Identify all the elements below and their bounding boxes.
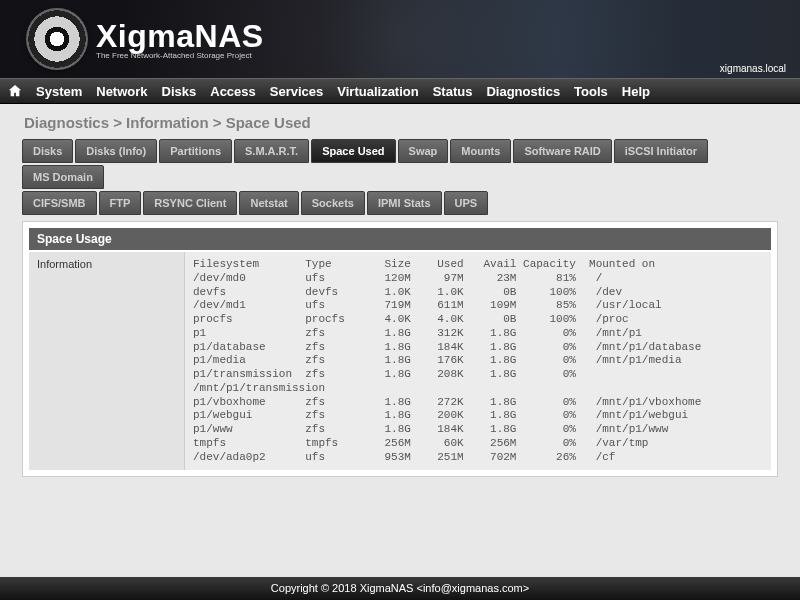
nav-network[interactable]: Network: [96, 84, 147, 99]
tab-s-m-a-r-t-[interactable]: S.M.A.R.T.: [234, 139, 309, 163]
tab-sockets[interactable]: Sockets: [301, 191, 365, 215]
nav-tools[interactable]: Tools: [574, 84, 608, 99]
tab-iscsi-initiator[interactable]: iSCSI Initiator: [614, 139, 708, 163]
nav-help[interactable]: Help: [622, 84, 650, 99]
brand-tagline: The Free Network-Attached Storage Projec…: [96, 51, 264, 60]
subtabs: DisksDisks (Info)PartitionsS.M.A.R.T.Spa…: [0, 139, 800, 217]
tab-ms-domain[interactable]: MS Domain: [22, 165, 104, 189]
info-body: Filesystem Type Size Used Avail Capacity…: [185, 252, 771, 470]
nav-services[interactable]: Services: [270, 84, 324, 99]
content-panel: Space Usage Information Filesystem Type …: [22, 221, 778, 477]
tab-ups[interactable]: UPS: [444, 191, 489, 215]
tab-disks-info-[interactable]: Disks (Info): [75, 139, 157, 163]
tab-rsync-client[interactable]: RSYNC Client: [143, 191, 237, 215]
disk-usage-output: Filesystem Type Size Used Avail Capacity…: [193, 258, 763, 464]
header-banner: XigmaNAS The Free Network-Attached Stora…: [0, 0, 800, 78]
home-icon[interactable]: [8, 84, 22, 98]
top-nav: SystemNetworkDisksAccessServicesVirtuali…: [0, 78, 800, 104]
logo-text: XigmaNAS The Free Network-Attached Stora…: [96, 18, 264, 60]
brand-name: XigmaNAS: [96, 18, 264, 55]
tab-mounts[interactable]: Mounts: [450, 139, 511, 163]
nav-disks[interactable]: Disks: [162, 84, 197, 99]
tab-ftp[interactable]: FTP: [99, 191, 142, 215]
tab-disks[interactable]: Disks: [22, 139, 73, 163]
footer: Copyright © 2018 XigmaNAS <info@xigmanas…: [0, 577, 800, 600]
logo-disc-icon: [28, 10, 86, 68]
nav-access[interactable]: Access: [210, 84, 256, 99]
nav-status[interactable]: Status: [433, 84, 473, 99]
tab-partitions[interactable]: Partitions: [159, 139, 232, 163]
tab-software-raid[interactable]: Software RAID: [513, 139, 611, 163]
hostname-label: xigmanas.local: [720, 63, 786, 74]
breadcrumb: Diagnostics > Information > Space Used: [0, 104, 800, 139]
tab-cifs-smb[interactable]: CIFS/SMB: [22, 191, 97, 215]
nav-diagnostics[interactable]: Diagnostics: [486, 84, 560, 99]
tab-swap[interactable]: Swap: [398, 139, 449, 163]
tab-ipmi-stats[interactable]: IPMI Stats: [367, 191, 442, 215]
nav-system[interactable]: System: [36, 84, 82, 99]
nav-virtualization[interactable]: Virtualization: [337, 84, 418, 99]
info-label: Information: [29, 252, 185, 470]
tab-space-used[interactable]: Space Used: [311, 139, 395, 163]
tab-netstat[interactable]: Netstat: [239, 191, 298, 215]
section-title: Space Usage: [29, 228, 771, 250]
